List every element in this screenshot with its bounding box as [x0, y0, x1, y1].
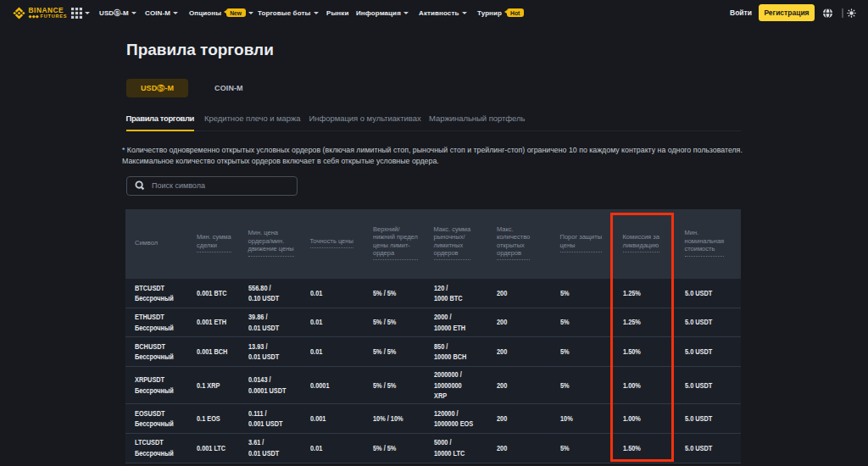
- nav-item-information[interactable]: Информация: [356, 0, 409, 25]
- table-header-row: Символ Мин. сумма сделки Мин. цена ордер…: [125, 209, 741, 279]
- col-min-order-price: Мин. цена ордера/мин. движение цены: [248, 229, 310, 256]
- chevron-down-icon: [173, 12, 178, 14]
- col-min-notional: Мин. номинальная стоимость: [685, 229, 741, 256]
- topbar: BINANCE ◆◆◆FUTURES USDⓈ-M COIN-M Опционы…: [0, 0, 868, 25]
- col-max-open-orders: Макс. количество открытых ордеров: [497, 225, 560, 261]
- logo-dots: ◆◆◆: [29, 14, 39, 19]
- tab-usds-m[interactable]: USDⓈ-M: [126, 79, 188, 97]
- market-tabs: USDⓈ-M COIN-M: [126, 79, 258, 97]
- divider: [842, 0, 843, 25]
- col-min-trade-amount: Мин. сумма сделки: [197, 233, 248, 252]
- chevron-down-icon: [462, 12, 467, 14]
- col-symbol: Символ: [125, 239, 197, 247]
- binance-logo-icon: [12, 6, 26, 20]
- nav-item-options[interactable]: ОпционыNew: [189, 0, 253, 25]
- table-row-xrpusdt[interactable]: XRPUSDT Бессрочный 0.1 XRP 0.0143 / 0.00…: [125, 367, 741, 404]
- tab-portfolio-margin[interactable]: Маржинальный портфель: [429, 110, 525, 124]
- col-liquidation-fee: Комиссия за ликвидацию: [623, 233, 685, 252]
- nav-item-markets[interactable]: Рынки: [326, 0, 348, 25]
- page-title: Правила торговли: [126, 41, 274, 59]
- note-text: * Количество одновременно открытых услов…: [122, 145, 743, 167]
- chevron-down-icon: [131, 12, 136, 14]
- tab-coin-m[interactable]: COIN-M: [200, 79, 258, 97]
- binance-futures-logo[interactable]: BINANCE ◆◆◆FUTURES: [12, 0, 67, 25]
- language-globe-button[interactable]: [822, 0, 833, 25]
- tab-leverage-margin[interactable]: Кредитное плечо и маржа: [204, 110, 301, 124]
- tab-trading-rules[interactable]: Правила торговли: [126, 110, 195, 124]
- chevron-down-icon: [403, 12, 409, 14]
- search-input[interactable]: [152, 181, 289, 190]
- trading-rules-table: Символ Мин. сумма сделки Мин. цена ордер…: [125, 209, 741, 463]
- apps-grid-menu[interactable]: [71, 0, 90, 25]
- table-row-bchusdt[interactable]: BCHUSDT Бессрочный 0.001 BCH 13.93 / 0.0…: [125, 337, 741, 367]
- col-price-protection: Порог защиты цены: [560, 233, 623, 252]
- hot-badge: Hot: [507, 8, 524, 18]
- symbol-search[interactable]: [126, 176, 298, 196]
- logo-sub-text: ◆◆◆FUTURES: [29, 14, 68, 19]
- table-row-ethusdt[interactable]: ETHUSDT Бессрочный 0.001 ETH 39.86 / 0.0…: [125, 308, 741, 338]
- nav-item-coin-m[interactable]: COIN-M: [145, 0, 178, 25]
- register-button[interactable]: Регистрация: [759, 4, 815, 21]
- chevron-down-icon: [314, 12, 319, 14]
- grid-icon: [71, 8, 82, 19]
- sun-icon: [847, 8, 856, 18]
- col-max-order-amount: Макс. сумма рыночных/ лимитных ордеров: [434, 225, 498, 261]
- logo-brand-text: BINANCE: [29, 7, 68, 14]
- col-price-precision: Точность цены: [310, 237, 374, 248]
- chevron-down-icon: [85, 12, 90, 14]
- nav-item-tournament[interactable]: ТурнирHot: [477, 0, 524, 25]
- table-row-eosusdt[interactable]: EOSUSDT Бессрочный 0.1 EOS 0.111 / 0.001…: [125, 404, 741, 434]
- table-row-btcusdt[interactable]: BTCUSDT Бессрочный 0.001 BTC 556.80 / 0.…: [125, 279, 741, 308]
- globe-icon: [822, 8, 833, 19]
- nav-item-activity[interactable]: Активность: [419, 0, 467, 25]
- new-badge: New: [226, 8, 246, 18]
- nav-item-usds-m[interactable]: USDⓈ-M: [99, 0, 136, 25]
- login-button[interactable]: Войти: [730, 0, 752, 25]
- table-row-ltcusdt[interactable]: LTCUSDT Бессрочный 0.001 LTC 3.61 / 0.01…: [125, 434, 741, 463]
- search-icon: [135, 180, 145, 191]
- theme-toggle-button[interactable]: [847, 0, 856, 25]
- col-limit-price-cap: Верхний/ нижний предел цены лимит- ордер…: [373, 225, 434, 261]
- chevron-down-icon: [248, 12, 253, 14]
- nav-item-trading-bots[interactable]: Торговые боты: [258, 0, 319, 25]
- section-tabs: Правила торговли Кредитное плечо и маржа…: [125, 110, 741, 131]
- tab-multi-assets[interactable]: Информация о мультиактивах: [309, 110, 421, 124]
- table-body: BTCUSDT Бессрочный 0.001 BTC 556.80 / 0.…: [125, 279, 741, 463]
